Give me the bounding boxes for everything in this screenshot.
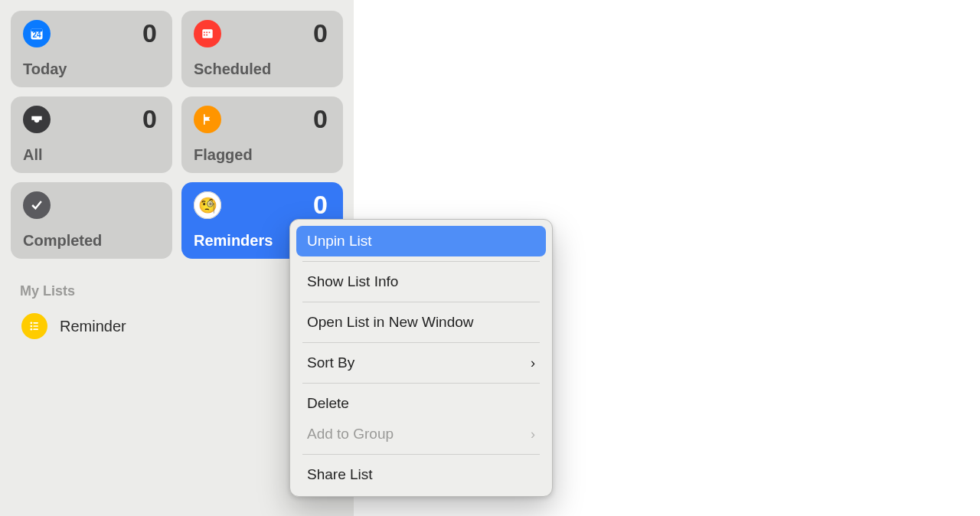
divider	[302, 454, 540, 455]
svg-rect-3	[204, 32, 205, 34]
svg-rect-11	[33, 325, 38, 327]
flag-icon	[194, 106, 221, 133]
card-all-count: 0	[142, 104, 157, 134]
ctx-unpin-label: Unpin List	[307, 233, 372, 250]
chevron-right-icon: ›	[531, 355, 535, 371]
card-flagged[interactable]: 0 Flagged	[181, 96, 343, 173]
divider	[302, 342, 540, 343]
svg-rect-5	[209, 32, 211, 34]
divider	[302, 302, 540, 302]
card-flagged-count: 0	[313, 104, 328, 134]
svg-rect-13	[33, 328, 38, 330]
list-bullet-icon	[21, 313, 47, 339]
divider	[302, 383, 540, 384]
tray-icon	[23, 106, 51, 133]
list-emoji-icon: 🧐	[194, 191, 221, 219]
ctx-add-group-label: Add to Group	[307, 426, 394, 443]
ctx-share-label: Share List	[307, 466, 373, 483]
svg-rect-9	[33, 322, 38, 324]
divider	[302, 261, 540, 262]
calendar-today-icon: 24	[23, 20, 51, 47]
ctx-sort-by-label: Sort By	[307, 354, 354, 371]
calendar-today-daynum: 24	[23, 31, 51, 39]
checkmark-icon	[23, 191, 51, 219]
ctx-show-list-info[interactable]: Show List Info	[296, 266, 546, 297]
svg-point-8	[31, 322, 33, 325]
svg-rect-7	[206, 34, 207, 36]
ctx-open-new-window[interactable]: Open List in New Window	[296, 307, 546, 338]
ctx-share-list[interactable]: Share List	[296, 459, 546, 490]
card-today-count: 0	[142, 18, 157, 48]
svg-point-12	[31, 328, 33, 331]
ctx-unpin-list[interactable]: Unpin List	[296, 226, 546, 256]
card-scheduled-label: Scheduled	[194, 60, 271, 78]
ctx-open-window-label: Open List in New Window	[307, 314, 474, 331]
ctx-delete[interactable]: Delete	[296, 388, 546, 419]
context-menu: Unpin List Show List Info Open List in N…	[289, 219, 553, 497]
ctx-add-to-group: Add to Group ›	[296, 419, 546, 449]
card-today[interactable]: 24 0 Today	[11, 11, 172, 87]
card-scheduled[interactable]: 0 Scheduled	[181, 11, 343, 87]
card-completed[interactable]: Completed	[11, 182, 172, 259]
svg-rect-6	[204, 34, 205, 36]
card-reminders-count: 0	[313, 190, 328, 220]
svg-point-10	[31, 325, 33, 328]
card-today-label: Today	[23, 60, 67, 78]
ctx-info-label: Show List Info	[307, 273, 398, 290]
card-reminders-label: Reminders	[194, 232, 273, 250]
chevron-right-icon: ›	[531, 426, 535, 443]
svg-rect-4	[206, 32, 207, 34]
card-all[interactable]: 0 All	[11, 96, 172, 173]
card-scheduled-count: 0	[313, 18, 328, 48]
card-flagged-label: Flagged	[194, 146, 253, 164]
svg-rect-2	[202, 29, 212, 38]
card-completed-label: Completed	[23, 232, 102, 250]
card-all-label: All	[23, 146, 43, 164]
ctx-sort-by[interactable]: Sort By ›	[296, 348, 546, 378]
calendar-icon	[194, 20, 221, 47]
list-row-label: Reminder	[60, 318, 126, 335]
ctx-delete-label: Delete	[307, 395, 349, 412]
